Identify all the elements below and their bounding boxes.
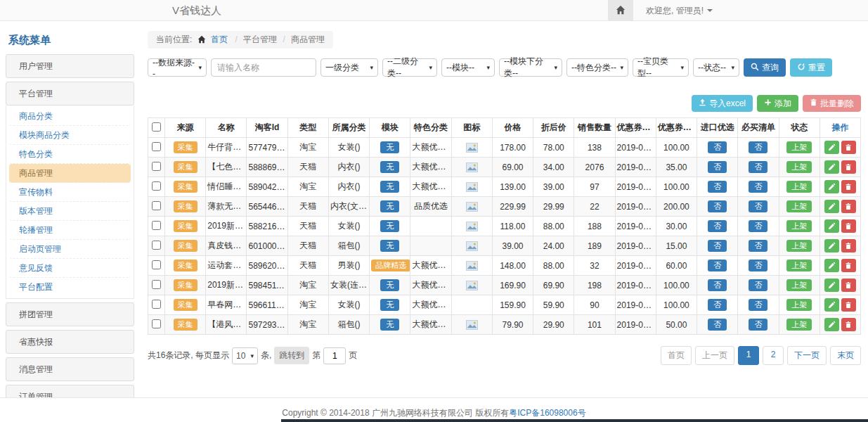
home-button[interactable] [608,0,633,21]
delete-button[interactable] [841,239,856,252]
select-all-checkbox[interactable] [152,122,161,132]
breadcrumb-home-link[interactable]: 首页 [211,34,228,44]
imported-toggle[interactable]: 否 [708,181,727,193]
delete-button[interactable] [841,200,856,213]
level1-category-select[interactable]: 一级分类▾ [320,58,378,77]
level2-category-select[interactable]: --二级分类--▾ [382,58,437,77]
module-subcategory-select[interactable]: --模块下分类--▾ [499,58,562,77]
edit-button[interactable] [824,141,839,154]
edit-button[interactable] [824,318,839,331]
sidebar-subitem[interactable]: 平台配置 [9,278,131,297]
status-badge[interactable]: 上架 [786,299,812,311]
sidebar-item-2[interactable]: 拼团管理 [6,302,134,326]
delete-button[interactable] [841,259,856,272]
sidebar-subitem[interactable]: 轮播管理 [9,221,131,240]
name-input[interactable] [211,58,316,77]
status-badge[interactable]: 上架 [786,141,812,153]
page-button[interactable]: 末页 [830,346,861,365]
imported-toggle[interactable]: 否 [708,200,727,212]
import-excel-button[interactable]: 导入excel [692,95,753,112]
module-select[interactable]: --模块--▾ [441,58,495,77]
must-buy-toggle[interactable]: 否 [749,260,767,271]
status-badge[interactable]: 上架 [786,200,812,212]
page-button[interactable]: 1 [738,346,759,365]
imported-toggle[interactable]: 否 [708,279,727,291]
delete-button[interactable] [841,219,856,233]
delete-button[interactable] [841,279,856,292]
status-badge[interactable]: 上架 [786,240,812,252]
must-buy-toggle[interactable]: 否 [749,299,767,311]
page-button[interactable]: 上一页 [695,346,734,365]
row-checkbox[interactable] [152,300,161,309]
sidebar-item-4[interactable]: 消息管理 [6,357,134,381]
icp-link[interactable]: 粤ICP备16098006号 [509,408,585,418]
status-select[interactable]: --状态--▾ [693,58,739,77]
feature-category-select[interactable]: --特色分类--▾ [566,58,628,77]
page-size-select[interactable]: 10 ▾ [232,347,258,364]
must-buy-toggle[interactable]: 否 [749,141,767,153]
page-button[interactable]: 下一页 [787,346,827,365]
must-buy-toggle[interactable]: 否 [749,181,767,193]
sidebar-item-0[interactable]: 用户管理 [6,54,134,78]
imported-toggle[interactable]: 否 [708,260,727,271]
must-buy-toggle[interactable]: 否 [749,240,767,252]
must-buy-toggle[interactable]: 否 [749,161,767,173]
status-badge[interactable]: 上架 [786,181,812,193]
item-type-select[interactable]: --宝贝类型--▾ [633,58,689,77]
edit-button[interactable] [824,219,839,233]
must-buy-toggle[interactable]: 否 [749,200,767,212]
edit-button[interactable] [824,200,839,213]
row-checkbox[interactable] [152,319,161,328]
delete-button[interactable] [841,141,856,154]
jump-page-input[interactable] [323,347,346,364]
row-checkbox[interactable] [152,221,161,230]
sidebar-subitem[interactable]: 特色分类 [9,145,131,164]
must-buy-toggle[interactable]: 否 [749,220,767,232]
delete-button[interactable] [841,318,856,331]
edit-button[interactable] [824,298,839,312]
sidebar-subitem[interactable]: 意见反馈 [9,259,131,278]
row-checkbox[interactable] [152,181,161,191]
row-checkbox[interactable] [152,280,161,289]
status-badge[interactable]: 上架 [786,279,812,291]
reset-button[interactable]: 重置 [790,58,832,77]
batch-delete-button[interactable]: 批量删除 [803,95,861,112]
delete-button[interactable] [841,298,856,312]
imported-toggle[interactable]: 否 [708,240,727,252]
search-button[interactable]: 查询 [744,58,786,77]
sidebar-subitem[interactable]: 宣传物料 [9,183,131,202]
sidebar-subitem[interactable]: 模块商品分类 [9,126,131,145]
row-checkbox[interactable] [152,162,161,171]
imported-toggle[interactable]: 否 [708,299,727,311]
sidebar-item-1[interactable]: 平台管理 [6,82,134,106]
status-badge[interactable]: 上架 [786,319,812,331]
status-badge[interactable]: 上架 [786,220,812,232]
must-buy-toggle[interactable]: 否 [749,279,767,291]
sidebar-item-3[interactable]: 省惠快报 [6,330,134,354]
jump-button[interactable]: 跳转到 [274,347,309,364]
edit-button[interactable] [824,259,839,272]
imported-toggle[interactable]: 否 [708,161,727,173]
imported-toggle[interactable]: 否 [708,141,727,153]
row-checkbox[interactable] [152,241,161,250]
sidebar-subitem[interactable]: 版本管理 [9,202,131,221]
sidebar-subitem[interactable]: 启动页管理 [9,240,131,259]
row-checkbox[interactable] [152,142,161,151]
edit-button[interactable] [824,239,839,252]
add-button[interactable]: 添加 [757,95,798,112]
delete-button[interactable] [841,160,856,174]
must-buy-toggle[interactable]: 否 [749,319,767,331]
status-badge[interactable]: 上架 [786,161,812,173]
edit-button[interactable] [824,160,839,174]
page-button[interactable]: 首页 [661,346,692,365]
row-checkbox[interactable] [152,260,161,269]
sidebar-subitem[interactable]: 商品管理 [9,164,131,183]
page-button[interactable]: 2 [763,346,784,365]
sidebar-subitem[interactable]: 商品分类 [9,107,131,126]
data-source-select[interactable]: --数据来源--▾ [148,58,207,77]
status-badge[interactable]: 上架 [786,260,812,271]
user-menu[interactable]: 欢迎您, 管理员! [646,5,713,17]
row-checkbox[interactable] [152,201,161,210]
edit-button[interactable] [824,279,839,292]
imported-toggle[interactable]: 否 [708,220,727,232]
